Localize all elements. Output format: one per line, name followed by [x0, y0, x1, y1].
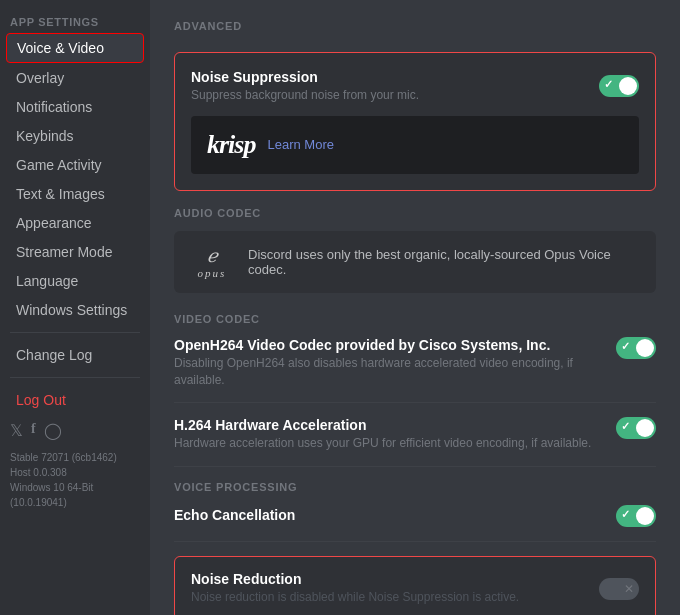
h264-label-group: H.264 Hardware Acceleration Hardware acc…	[174, 417, 616, 452]
sidebar-item-appearance[interactable]: Appearance	[6, 209, 144, 237]
sidebar-item-streamer-mode[interactable]: Streamer Mode	[6, 238, 144, 266]
sidebar-item-windows-settings[interactable]: Windows Settings	[6, 296, 144, 324]
echo-cancellation-toggle[interactable]	[616, 505, 656, 527]
sidebar-item-language-label: Language	[16, 273, 78, 289]
opus-banner: ℯ opus Discord uses only the best organi…	[174, 231, 656, 293]
sidebar-item-logout[interactable]: Log Out	[6, 386, 144, 414]
facebook-icon[interactable]: f	[31, 421, 36, 440]
sidebar-item-game-activity[interactable]: Game Activity	[6, 151, 144, 179]
sidebar-social-links: 𝕏 f ◯	[0, 415, 150, 446]
sidebar-item-overlay-label: Overlay	[16, 70, 64, 86]
audio-codec-section-title: AUDIO CODEC	[174, 207, 656, 219]
sidebar-item-text-images-label: Text & Images	[16, 186, 105, 202]
noise-suppression-row: Noise Suppression Suppress background no…	[191, 69, 639, 104]
sidebar-item-voice-video[interactable]: Voice & Video	[6, 33, 144, 63]
noise-reduction-toggle[interactable]	[599, 578, 639, 600]
noise-reduction-desc: Noise reduction is disabled while Noise …	[191, 589, 583, 606]
echo-cancellation-title: Echo Cancellation	[174, 507, 295, 523]
h264-desc: Hardware acceleration uses your GPU for …	[174, 435, 600, 452]
noise-suppression-card: Noise Suppression Suppress background no…	[174, 52, 656, 191]
opus-description: Discord uses only the best organic, loca…	[248, 247, 640, 277]
sidebar-item-voice-video-label: Voice & Video	[17, 40, 104, 56]
sidebar-section-label: APP SETTINGS	[0, 10, 150, 32]
video-codec-section-title: VIDEO CODEC	[174, 313, 656, 325]
sidebar-divider-2	[10, 377, 140, 378]
sidebar-item-appearance-label: Appearance	[16, 215, 92, 231]
krisp-learn-more-link[interactable]: Learn More	[267, 137, 333, 152]
noise-suppression-toggle[interactable]	[599, 75, 639, 97]
openh264-row: OpenH264 Video Codec provided by Cisco S…	[174, 337, 656, 404]
sidebar-item-language[interactable]: Language	[6, 267, 144, 295]
openh264-desc: Disabling OpenH264 also disables hardwar…	[174, 355, 600, 389]
noise-suppression-desc: Suppress background noise from your mic.	[191, 87, 583, 104]
sidebar-item-keybinds-label: Keybinds	[16, 128, 74, 144]
advanced-section-title: ADVANCED	[174, 20, 656, 32]
h264-row: H.264 Hardware Acceleration Hardware acc…	[174, 417, 656, 467]
openh264-label-group: OpenH264 Video Codec provided by Cisco S…	[174, 337, 616, 389]
openh264-title: OpenH264 Video Codec provided by Cisco S…	[174, 337, 600, 353]
sidebar-item-change-log[interactable]: Change Log	[6, 341, 144, 369]
noise-suppression-title: Noise Suppression	[191, 69, 583, 85]
sidebar-item-overlay[interactable]: Overlay	[6, 64, 144, 92]
sidebar-version: Stable 72071 (6cb1462) Host 0.0.308 Wind…	[0, 446, 150, 514]
sidebar-item-game-activity-label: Game Activity	[16, 157, 102, 173]
krisp-logo: krisp	[207, 130, 255, 160]
main-content: ADVANCED Noise Suppression Suppress back…	[150, 0, 680, 615]
voice-processing-section-title: VOICE PROCESSING	[174, 481, 656, 493]
h264-title: H.264 Hardware Acceleration	[174, 417, 600, 433]
openh264-toggle[interactable]	[616, 337, 656, 359]
sidebar: APP SETTINGS Voice & Video Overlay Notif…	[0, 0, 150, 615]
echo-cancellation-row: Echo Cancellation	[174, 505, 656, 542]
sidebar-item-streamer-mode-label: Streamer Mode	[16, 244, 112, 260]
sidebar-divider	[10, 332, 140, 333]
sidebar-item-keybinds[interactable]: Keybinds	[6, 122, 144, 150]
h264-toggle[interactable]	[616, 417, 656, 439]
sidebar-item-windows-settings-label: Windows Settings	[16, 302, 127, 318]
instagram-icon[interactable]: ◯	[44, 421, 62, 440]
noise-reduction-card: Noise Reduction Noise reduction is disab…	[174, 556, 656, 615]
sidebar-item-notifications[interactable]: Notifications	[6, 93, 144, 121]
sidebar-item-change-log-label: Change Log	[16, 347, 92, 363]
sidebar-item-notifications-label: Notifications	[16, 99, 92, 115]
krisp-banner: krisp Learn More	[191, 116, 639, 174]
sidebar-item-logout-label: Log Out	[16, 392, 66, 408]
noise-suppression-label-group: Noise Suppression Suppress background no…	[191, 69, 599, 104]
noise-reduction-label-group: Noise Reduction Noise reduction is disab…	[191, 571, 599, 606]
noise-reduction-title: Noise Reduction	[191, 571, 583, 587]
twitter-icon[interactable]: 𝕏	[10, 421, 23, 440]
opus-logo: ℯ opus	[190, 245, 234, 279]
sidebar-item-text-images[interactable]: Text & Images	[6, 180, 144, 208]
